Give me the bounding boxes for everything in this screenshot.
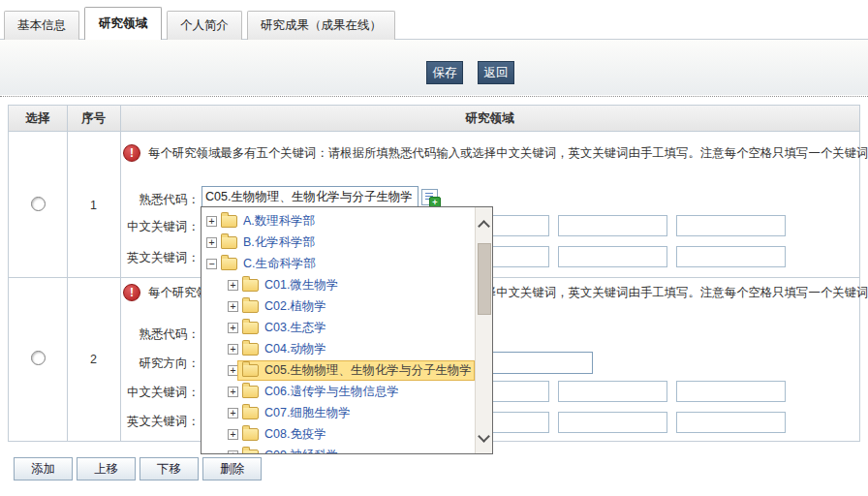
- tree-node-label: C01.微生物学: [263, 276, 340, 294]
- back-button[interactable]: 返回: [478, 61, 514, 84]
- tree-item-10[interactable]: +C08.免疫学: [206, 423, 476, 445]
- keyword-input[interactable]: [558, 412, 667, 433]
- row2-cn-label: 中文关键词：: [67, 385, 200, 401]
- code-tree: +A.数理科学部+B.化学科学部−C.生命科学部+C01.微生物学+C02.植物…: [202, 207, 476, 453]
- folder-icon: [221, 258, 237, 270]
- scroll-up-icon[interactable]: [478, 220, 490, 232]
- expand-icon[interactable]: +: [206, 216, 217, 227]
- tree-node[interactable]: C04.动物学: [238, 340, 328, 358]
- tree-item-3[interactable]: +C01.微生物学: [206, 274, 476, 295]
- tree-item-7[interactable]: +C05.生物物理、生物化学与分子生物学: [206, 359, 476, 381]
- tree-node[interactable]: C06.遗传学与生物信息学: [238, 383, 401, 401]
- row1-code-label: 熟悉代码：: [67, 192, 200, 208]
- row1-cn-label: 中文关键词：: [67, 219, 200, 235]
- tree-node-label: A.数理科学部: [241, 212, 317, 231]
- tree-node[interactable]: C05.生物物理、生物化学与分子生物学: [238, 361, 474, 380]
- row1-en-label: 英文关键词：: [67, 250, 200, 266]
- tree-item-11[interactable]: +C09.神经科学: [206, 445, 476, 453]
- tree-node-label: C09.神经科学: [263, 447, 340, 454]
- tree-item-9[interactable]: +C07.细胞生物学: [206, 402, 476, 423]
- warning-text: 每个研究领域最多有五个关键词：请根据所填熟悉代码输入或选择中文关键词，英文关键词…: [148, 145, 868, 162]
- row1-code-input[interactable]: [202, 186, 418, 208]
- folder-icon: [242, 407, 259, 419]
- tree-node[interactable]: C.生命科学部: [217, 255, 318, 273]
- keyword-input[interactable]: [558, 246, 667, 267]
- tree-node[interactable]: C07.细胞生物学: [238, 404, 353, 422]
- folder-icon: [242, 450, 259, 454]
- folder-icon: [242, 279, 259, 292]
- warning-icon: !: [123, 284, 140, 301]
- tree-item-6[interactable]: +C04.动物学: [206, 338, 476, 359]
- folder-icon: [221, 215, 237, 228]
- tree-node[interactable]: C01.微生物学: [238, 276, 340, 294]
- tab-research-field[interactable]: 研究领域: [84, 7, 162, 40]
- keyword-input[interactable]: [558, 215, 667, 236]
- folder-icon: [221, 236, 237, 249]
- col-header-select: 选择: [9, 106, 67, 131]
- save-button[interactable]: 保存: [426, 61, 463, 84]
- expand-icon[interactable]: +: [228, 408, 238, 418]
- keyword-input[interactable]: [676, 381, 786, 402]
- expand-icon[interactable]: +: [228, 344, 238, 355]
- folder-icon: [242, 343, 259, 356]
- research-field-page: 基本信息研究领域个人简介研究成果（成果在线） 保存 返回 选择 序号 研究领域 …: [0, 0, 868, 496]
- keyword-input[interactable]: [676, 246, 786, 267]
- tree-item-8[interactable]: +C06.遗传学与生物信息学: [206, 381, 476, 402]
- move-up-button[interactable]: 上移: [77, 457, 136, 480]
- row1-warning: ! 每个研究领域最多有五个关键词：请根据所填熟悉代码输入或选择中文关键词，英文关…: [123, 144, 868, 162]
- tree-node[interactable]: C03.生态学: [238, 319, 328, 337]
- keyword-input[interactable]: [676, 412, 786, 433]
- expand-icon[interactable]: +: [228, 280, 238, 291]
- folder-icon: [242, 364, 259, 377]
- tree-node-label: C07.细胞生物学: [263, 404, 353, 422]
- tree-node-label: C02.植物学: [263, 297, 328, 316]
- tree-scrollbar[interactable]: [475, 207, 492, 453]
- tab-basic-info[interactable]: 基本信息: [4, 11, 79, 40]
- tab-bar: 基本信息研究领域个人简介研究成果（成果在线）: [4, 8, 395, 40]
- tree-item-2[interactable]: −C.生命科学部: [206, 253, 476, 274]
- tree-item-5[interactable]: +C03.生态学: [206, 317, 476, 338]
- tree-item-4[interactable]: +C02.植物学: [206, 295, 476, 317]
- tree-item-1[interactable]: +B.化学科学部: [206, 232, 476, 253]
- expand-icon[interactable]: +: [228, 301, 238, 312]
- row2-select-radio[interactable]: [31, 351, 46, 365]
- tree-item-0[interactable]: +A.数理科学部: [206, 210, 476, 232]
- tree-node[interactable]: C08.免疫学: [238, 425, 328, 444]
- scroll-down-icon[interactable]: [478, 430, 490, 443]
- collapse-icon[interactable]: −: [206, 259, 217, 269]
- col-header-field: 研究领域: [120, 106, 859, 131]
- scroll-thumb[interactable]: [478, 243, 491, 315]
- folder-icon: [242, 428, 259, 441]
- folder-icon: [242, 300, 259, 313]
- row2-direction-label: 研究方向：: [67, 356, 200, 372]
- tree-node-label: C04.动物学: [263, 340, 328, 358]
- tab-personal-profile[interactable]: 个人简介: [167, 11, 242, 40]
- tab-research-results[interactable]: 研究成果（成果在线）: [247, 11, 395, 40]
- row2-en-label: 英文关键词：: [67, 414, 200, 430]
- row1-select-radio[interactable]: [31, 197, 46, 211]
- expand-icon[interactable]: +: [206, 237, 217, 248]
- tree-node[interactable]: C02.植物学: [238, 297, 328, 316]
- add-button[interactable]: 添加: [14, 457, 73, 480]
- row2-code-label: 熟悉代码：: [67, 326, 200, 343]
- tree-node-label: C.生命科学部: [241, 255, 318, 273]
- col-header-index: 序号: [67, 106, 120, 131]
- expand-icon[interactable]: +: [228, 323, 238, 333]
- tree-node-label: C08.免疫学: [263, 425, 328, 444]
- tree-node[interactable]: C09.神经科学: [238, 447, 340, 454]
- dashed-divider: [0, 96, 868, 97]
- expand-icon[interactable]: +: [228, 387, 238, 397]
- expand-icon[interactable]: +: [228, 429, 238, 440]
- code-picker-icon[interactable]: [421, 189, 438, 205]
- tree-node[interactable]: A.数理科学部: [217, 212, 317, 231]
- move-down-button[interactable]: 下移: [140, 457, 199, 480]
- tree-node[interactable]: B.化学科学部: [217, 233, 317, 252]
- tree-node-label: C06.遗传学与生物信息学: [263, 383, 401, 401]
- keyword-input[interactable]: [558, 381, 667, 402]
- expand-icon[interactable]: +: [228, 450, 238, 454]
- tree-node-label: C03.生态学: [263, 319, 328, 337]
- keyword-input[interactable]: [676, 215, 786, 236]
- tree-node-label: C05.生物物理、生物化学与分子生物学: [263, 361, 474, 380]
- delete-button[interactable]: 删除: [202, 457, 262, 480]
- expand-icon[interactable]: +: [228, 365, 238, 376]
